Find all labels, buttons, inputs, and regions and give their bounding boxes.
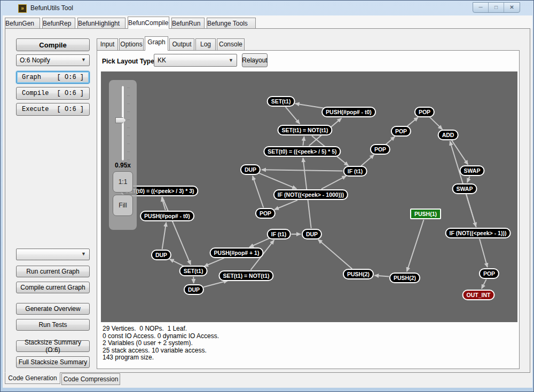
graph-node[interactable]: SET(t1) = NOT(t1) [218,270,273,281]
graph-node[interactable]: POP [255,208,276,219]
graph-node[interactable]: SWAP [452,183,477,194]
minimize-button[interactable]: ─ [473,3,489,12]
action-target: [ O:6 ] [57,74,84,81]
befuncompile-page: Compile O:6 Nopify ▼ Graph[ O:6 ]Compile… [5,28,530,373]
graph-node[interactable]: PUSH(#pop# - t0) [321,107,376,117]
zoom-one-to-one-button[interactable]: 1:1 [113,171,133,193]
chevron-down-icon: ▼ [229,58,233,63]
window-title: BefunUtils Tool [30,4,73,12]
tab-befunrun[interactable]: BefunRun [171,18,205,28]
maximize-button[interactable]: □ [489,3,504,12]
zoom-fill-button[interactable]: Fill [113,195,133,216]
preset-dropdown[interactable]: O:6 Nopify ▼ [16,54,90,66]
graph-node[interactable]: PUSH(1) [410,209,441,219]
subtab-options[interactable]: Options [119,38,144,50]
tab-befungen[interactable]: BefunGen [5,18,40,28]
zoom-factor-label: 0.95x [109,162,137,169]
action-target: [ O:6 ] [57,106,84,113]
sidebar-action-compile[interactable]: Compile[ O:6 ] [16,87,90,100]
title-bar[interactable]: » BefunUtils Tool ─ □ ✕ [1,1,533,15]
graph-node[interactable]: SET(t0) = ((<peek> / 5) * 5) [263,146,341,157]
graph-canvas[interactable]: SET(t1)PUSH(#pop# - t0)SET(t1) = NOT(t1)… [101,71,517,322]
action-target: [ O:6 ] [57,90,84,97]
subtab-log[interactable]: Log [195,38,216,50]
sidebar-action-execute[interactable]: Execute[ O:6 ] [16,103,90,116]
preset-dropdown-value: O:6 Nopify [20,57,50,64]
graph-node[interactable]: POP [370,144,390,155]
sidebar-button-run-current-graph[interactable]: Run current Graph [16,266,90,277]
graph-node[interactable]: DUP [240,164,261,175]
graph-node[interactable]: SET(t1) [267,96,295,107]
layout-type-label: Pick Layout Type [102,58,154,65]
graph-node[interactable]: IF (NOT((<peek> - 1))) [445,228,511,238]
stats-line: 25 stack access. 10 variable access. [103,347,219,355]
graph-node[interactable]: SWAP [460,165,485,176]
graph-node[interactable]: IF (t1) [267,229,291,239]
graph-node[interactable]: IF (t1) [343,166,367,177]
sidebar-button-compile-current-graph[interactable]: Compile current Graph [16,282,90,293]
graph-node[interactable]: PUSH(2) [343,269,374,279]
sidebar-action-graph[interactable]: Graph[ O:6 ] [16,71,90,84]
app-window: » BefunUtils Tool ─ □ ✕ BefunGenBefunRep… [0,0,534,392]
compile-button[interactable]: Compile [16,38,90,51]
client-area: BefunGenBefunRepBefunHighlightBefunCompi… [3,15,532,388]
app-icon: » [18,4,27,13]
layout-type-value: KK [158,57,166,64]
window-controls: ─ □ ✕ [473,2,520,13]
secondary-dropdown[interactable]: ▼ [16,249,90,260]
subtab-input[interactable]: Input [97,38,118,50]
graph-node[interactable]: OUT_INT [462,290,495,300]
graph-node[interactable]: DUP [184,284,204,295]
sidebar-button-stacksize-summary-o-6-[interactable]: Stacksize Summary (O:6) [16,340,90,352]
zoom-slider-thumb[interactable] [115,117,126,123]
chevron-down-icon: ▼ [81,57,86,62]
graph-node[interactable]: PUSH(#pop# - t0) [140,211,194,221]
bottom-tab-code-compression[interactable]: Code Compression [61,373,120,385]
main-tab-strip: BefunGenBefunRepBefunHighlightBefunCompi… [3,15,532,28]
zoom-slider-ticks [127,87,130,160]
graph-node[interactable]: POP [414,107,435,117]
graph-node[interactable]: PUSH(#pop# + 1) [210,247,264,258]
layout-type-dropdown[interactable]: KK ▼ [154,54,237,67]
action-label: Compile [22,90,49,97]
sidebar-button-full-stacksize-summary[interactable]: Full Stacksize Summary [16,356,90,368]
stats-line: 2 Variables (0 user + 2 system). [103,340,219,347]
zoom-overlay-panel: 0.95x 1:1 Fill [109,80,137,230]
stats-line: 143 program size. [103,354,219,362]
action-label: Execute [22,106,49,113]
action-label: Graph [22,74,41,81]
graph-node[interactable]: SET(t1) = NOT(t1) [277,125,332,135]
relayout-button[interactable]: Relayout [242,53,268,67]
graph-node[interactable]: POP [391,126,411,137]
graph-node[interactable]: SET(t1) [179,266,208,276]
graph-node[interactable]: IF (NOT((<peek> - 1000))) [273,189,348,200]
graph-stats: 29 Vertices. 0 NOPs. 1 Leaf.0 const IO A… [103,325,219,362]
subtab-output[interactable]: Output [169,38,194,50]
subtab-graph[interactable]: Graph [145,36,168,51]
stats-line: 29 Vertices. 0 NOPs. 1 Leaf. [103,325,219,333]
tab-befunhighlight[interactable]: BefunHighlight [77,18,125,28]
bottom-tab-code-generation[interactable]: Code Generation [5,372,60,384]
subtab-console[interactable]: Console [217,38,245,50]
graph-tab-page: Pick Layout Type KK ▼ Relayout SET(t1)PU… [97,50,520,369]
graph-node[interactable]: ADD [438,130,459,140]
close-button[interactable]: ✕ [504,3,520,12]
chevron-down-icon: ▼ [81,251,86,257]
graph-node[interactable]: DUP [151,250,171,260]
graph-node[interactable]: PUSH(2) [389,273,420,283]
sidebar-button-run-tests[interactable]: Run Tests [16,319,90,331]
graph-node[interactable]: DUP [302,229,322,239]
stats-line: 0 const IO Access. 0 dynamic IO Access. [103,333,219,340]
tab-befuncompile[interactable]: BefunCompile [128,17,169,29]
graph-node[interactable]: POP [479,268,499,279]
sidebar-button-generate-overview[interactable]: Generate Overview [16,303,90,315]
tab-befunrep[interactable]: BefunRep [42,18,75,28]
zoom-slider-track[interactable] [122,86,124,161]
tab-befunge-tools[interactable]: Befunge Tools [207,18,256,28]
